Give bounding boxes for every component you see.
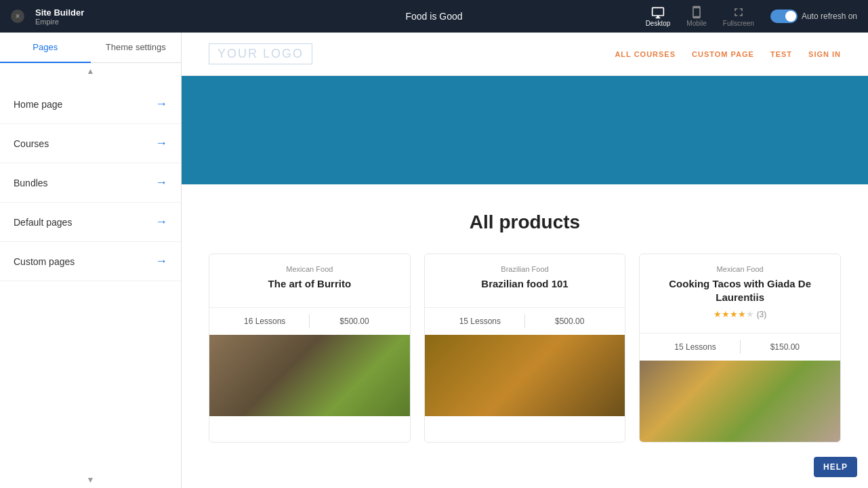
nav-sign-in[interactable]: SIGN IN bbox=[808, 50, 841, 58]
scroll-up-indicator: ▲ bbox=[0, 63, 181, 79]
sidebar-item-custom-label: Custom pages bbox=[14, 256, 75, 267]
product-image-burrito bbox=[209, 335, 410, 416]
site-logo: YOUR LOGO bbox=[209, 43, 312, 64]
content-area: YOUR LOGO ALL COURSES CUSTOM PAGE TEST S… bbox=[182, 33, 868, 488]
product-stars-count: (3) bbox=[757, 310, 767, 319]
sidebar-tabs: Pages Theme settings bbox=[0, 33, 181, 63]
product-card-body: Brazilian Food Brazilian food 101 bbox=[425, 254, 625, 307]
main-layout: Pages Theme settings ▲ Home page → Cours… bbox=[0, 33, 868, 488]
nav-test[interactable]: TEST bbox=[770, 50, 792, 58]
nav-custom-page[interactable]: CUSTOM PAGE bbox=[692, 50, 754, 58]
sidebar-item-courses[interactable]: Courses → bbox=[0, 124, 181, 163]
star-5: ★ bbox=[746, 309, 754, 319]
product-lessons: 15 Lessons bbox=[436, 317, 524, 326]
product-meta: 15 Lessons $150.00 bbox=[640, 333, 840, 361]
product-name: Cooking Tacos with Giada De Laurentiis bbox=[650, 277, 829, 304]
fullscreen-label: Fullscreen bbox=[723, 20, 754, 27]
arrow-icon-default: → bbox=[155, 215, 167, 229]
product-card-body: Mexican Food Cooking Tacos with Giada De… bbox=[640, 254, 840, 333]
toggle-switch[interactable] bbox=[770, 9, 798, 23]
product-lessons: 16 Lessons bbox=[220, 317, 309, 326]
scroll-down-indicator: ▼ bbox=[0, 472, 181, 488]
product-card-brazilian[interactable]: Brazilian Food Brazilian food 101 15 Les… bbox=[424, 253, 626, 443]
sidebar-item-default-pages[interactable]: Default pages → bbox=[0, 203, 181, 242]
arrow-icon-custom: → bbox=[155, 254, 167, 268]
hero-banner bbox=[182, 76, 868, 184]
product-meta: 16 Lessons $500.00 bbox=[209, 307, 410, 335]
sidebar: Pages Theme settings ▲ Home page → Cours… bbox=[0, 33, 182, 488]
star-2: ★ bbox=[722, 309, 730, 319]
star-1: ★ bbox=[714, 309, 722, 319]
tab-pages[interactable]: Pages bbox=[0, 33, 91, 63]
sidebar-item-default-label: Default pages bbox=[14, 217, 72, 228]
star-4: ★ bbox=[738, 309, 746, 319]
close-button[interactable]: × bbox=[11, 9, 24, 23]
sidebar-item-bundles-label: Bundles bbox=[14, 178, 48, 188]
product-card-burrito[interactable]: Mexican Food The art of Burrito 16 Lesso… bbox=[209, 253, 411, 443]
arrow-icon-home: → bbox=[155, 97, 167, 111]
arrow-icon-bundles: → bbox=[155, 176, 167, 190]
preview-nav: ALL COURSES CUSTOM PAGE TEST SIGN IN bbox=[615, 50, 841, 58]
product-category: Mexican Food bbox=[650, 265, 829, 273]
product-meta: 15 Lessons $500.00 bbox=[425, 307, 625, 335]
app-info: Site Builder Empire bbox=[35, 7, 84, 26]
desktop-view-button[interactable]: Desktop bbox=[646, 5, 671, 27]
app-sub: Empire bbox=[35, 18, 84, 26]
nav-all-courses[interactable]: ALL COURSES bbox=[615, 50, 676, 58]
product-card-body: Mexican Food The art of Burrito bbox=[209, 254, 410, 307]
topbar: × Site Builder Empire Food is Good Deskt… bbox=[0, 0, 868, 33]
tab-theme[interactable]: Theme settings bbox=[91, 33, 182, 63]
mobile-view-button[interactable]: Mobile bbox=[686, 5, 706, 27]
product-price: $150.00 bbox=[741, 342, 829, 352]
sidebar-item-home-label: Home page bbox=[14, 99, 62, 110]
arrow-icon-courses: → bbox=[155, 136, 167, 150]
sidebar-item-bundles[interactable]: Bundles → bbox=[0, 163, 181, 203]
product-lessons: 15 Lessons bbox=[650, 342, 739, 352]
products-title: All products bbox=[209, 211, 841, 233]
products-grid: Mexican Food The art of Burrito 16 Lesso… bbox=[209, 253, 841, 443]
desktop-label: Desktop bbox=[646, 20, 671, 27]
preview-pane: YOUR LOGO ALL COURSES CUSTOM PAGE TEST S… bbox=[182, 33, 868, 488]
star-3: ★ bbox=[730, 309, 738, 319]
sidebar-item-courses-label: Courses bbox=[14, 138, 49, 149]
fullscreen-button[interactable]: Fullscreen bbox=[723, 5, 754, 27]
product-stars: ★★★★★ (3) bbox=[650, 309, 829, 319]
product-price: $500.00 bbox=[310, 317, 398, 326]
product-image-brazilian bbox=[425, 335, 625, 416]
sidebar-item-custom-pages[interactable]: Custom pages → bbox=[0, 242, 181, 281]
product-price: $500.00 bbox=[525, 317, 614, 326]
sidebar-nav: Home page → Courses → Bundles → Default … bbox=[0, 79, 181, 472]
product-category: Mexican Food bbox=[220, 265, 399, 273]
preview-header: YOUR LOGO ALL COURSES CUSTOM PAGE TEST S… bbox=[182, 33, 868, 76]
topbar-right: Desktop Mobile Fullscreen Auto refresh o… bbox=[646, 5, 857, 27]
auto-refresh-label: Auto refresh on bbox=[802, 12, 857, 21]
product-image-tacos bbox=[640, 361, 840, 442]
product-name: The art of Burrito bbox=[220, 277, 399, 291]
page-title: Food is Good bbox=[405, 11, 462, 22]
help-button[interactable]: HELP bbox=[814, 457, 857, 477]
product-category: Brazilian Food bbox=[436, 265, 615, 273]
app-name: Site Builder bbox=[35, 7, 84, 18]
sidebar-item-home[interactable]: Home page → bbox=[0, 85, 181, 124]
auto-refresh-toggle[interactable]: Auto refresh on bbox=[770, 9, 857, 23]
mobile-label: Mobile bbox=[686, 20, 706, 27]
products-section: All products Mexican Food The art of Bur… bbox=[182, 184, 868, 456]
product-name: Brazilian food 101 bbox=[436, 277, 615, 291]
product-card-tacos[interactable]: Mexican Food Cooking Tacos with Giada De… bbox=[639, 253, 841, 443]
